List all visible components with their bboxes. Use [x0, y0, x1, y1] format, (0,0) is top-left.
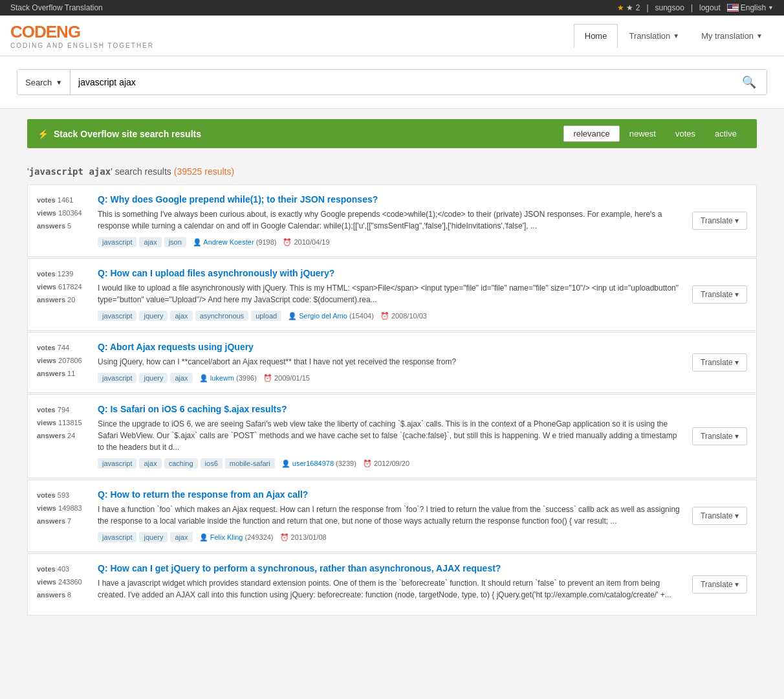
- question-title[interactable]: Q: How can I get jQuery to perform a syn…: [98, 563, 683, 573]
- tag[interactable]: jquery: [139, 373, 168, 383]
- votes-count: votes 403: [37, 563, 89, 576]
- flag-icon: [727, 4, 739, 12]
- sort-tab-votes[interactable]: votes: [666, 126, 705, 142]
- author-name[interactable]: user1684978: [292, 460, 334, 467]
- translate-button[interactable]: Translate ▾: [692, 353, 747, 372]
- nav-item-translation[interactable]: Translation ▼: [618, 24, 690, 48]
- question-title[interactable]: Q: Is Safari on iOS 6 caching $.ajax res…: [98, 404, 683, 414]
- site-header: CODENG CODING AND ENGLISH TOGETHER Home …: [0, 16, 784, 56]
- translation-caret: ▼: [673, 32, 679, 39]
- question-body: Q: How to return the response from an Aj…: [98, 489, 683, 542]
- question-title[interactable]: Q: Abort Ajax requests using jQuery: [98, 342, 683, 352]
- author-score: (3996): [236, 374, 257, 382]
- logo-text: CODENG: [10, 22, 80, 41]
- author-name[interactable]: Felix Kling: [210, 533, 243, 541]
- author-score: (3239): [336, 460, 356, 467]
- question-card: votes 1461 views 180364 answers 5 Q: Why…: [27, 184, 757, 257]
- tag[interactable]: ajax: [170, 311, 192, 321]
- sort-tab-relevance[interactable]: relevance: [563, 126, 619, 142]
- results-summary: 'javascript ajax' search results (39525 …: [27, 159, 757, 184]
- answers-count: answers 7: [37, 515, 89, 528]
- search-dropdown-label: Search: [25, 78, 52, 87]
- tag[interactable]: jquery: [139, 311, 168, 321]
- tag[interactable]: javascript: [98, 373, 136, 383]
- translate-button[interactable]: Translate ▾: [692, 575, 747, 594]
- question-meta: votes 744 views 207806 answers 11: [37, 342, 89, 383]
- language-label[interactable]: English: [741, 3, 766, 12]
- author-name[interactable]: Sergio del Amo: [299, 312, 347, 320]
- question-card: votes 1239 views 617824 answers 20 Q: Ho…: [27, 258, 757, 331]
- tag[interactable]: ajax: [170, 373, 192, 383]
- date-info: ⏰ 2009/01/15: [263, 374, 310, 383]
- nav-item-home[interactable]: Home: [574, 24, 618, 48]
- tag[interactable]: javascript: [98, 237, 136, 247]
- question-body: Q: How can I upload files asynchronously…: [98, 268, 683, 321]
- topbar-separator2: |: [691, 3, 693, 12]
- question-body: Q: Is Safari on iOS 6 caching $.ajax res…: [98, 404, 683, 469]
- author-info: 👤 Felix Kling (249324): [199, 533, 274, 542]
- lightning-icon: ⚡: [38, 129, 49, 139]
- tag[interactable]: caching: [164, 458, 198, 469]
- results-header-title: Stack Overflow site search results: [54, 129, 201, 139]
- votes-count: votes 794: [37, 404, 89, 417]
- tag[interactable]: javascript: [98, 311, 136, 321]
- results-container: ⚡ Stack Overflow site search results rel…: [17, 119, 767, 616]
- topbar-separator: |: [646, 3, 648, 12]
- question-meta: votes 1461 views 180364 answers 5: [37, 194, 89, 247]
- sort-tab-newest[interactable]: newest: [620, 126, 666, 142]
- tag[interactable]: jquery: [139, 532, 168, 542]
- date-info: ⏰ 2010/04/19: [283, 238, 329, 247]
- translate-button[interactable]: Translate ▾: [692, 427, 747, 445]
- question-title[interactable]: Q: How to return the response from an Aj…: [98, 489, 683, 500]
- tag[interactable]: javascript: [98, 532, 136, 542]
- date-info: ⏰ 2012/09/20: [363, 460, 409, 468]
- answers-count: answers 8: [37, 589, 89, 602]
- search-input[interactable]: [71, 70, 732, 94]
- question-title[interactable]: Q: How can I upload files asynchronously…: [98, 268, 683, 278]
- question-list: votes 1461 views 180364 answers 5 Q: Why…: [27, 184, 757, 616]
- main-nav: Home Translation ▼ My translation ▼: [574, 24, 774, 48]
- author-name[interactable]: lukewm: [210, 374, 234, 382]
- tag[interactable]: ajax: [170, 532, 192, 542]
- topbar-username[interactable]: sungsoo: [655, 3, 684, 12]
- translate-button[interactable]: Translate ▾: [692, 507, 747, 525]
- nav-item-my-translation[interactable]: My translation ▼: [690, 24, 774, 48]
- search-icon: 🔍: [742, 76, 756, 89]
- search-section: Search ▼ 🔍: [0, 56, 784, 109]
- tag[interactable]: ajax: [139, 237, 161, 247]
- search-dropdown-caret: ▼: [56, 79, 62, 86]
- question-card: votes 593 views 149883 answers 7 Q: How …: [27, 480, 757, 552]
- sort-tab-active[interactable]: active: [705, 126, 746, 142]
- tag[interactable]: json: [164, 237, 186, 247]
- author-score: (9198): [256, 238, 277, 246]
- results-header-left: ⚡ Stack Overflow site search results: [38, 129, 201, 139]
- question-title[interactable]: Q: Why does Google prepend while(1); to …: [98, 194, 683, 205]
- tag[interactable]: upload: [251, 311, 281, 321]
- question-body: Q: How can I get jQuery to perform a syn…: [98, 563, 683, 606]
- search-dropdown[interactable]: Search ▼: [17, 70, 71, 94]
- tags-row: javascriptajaxcachingios6mobile-safari👤 …: [98, 458, 683, 469]
- tag[interactable]: ajax: [139, 458, 161, 469]
- votes-count: votes 1461: [37, 194, 89, 207]
- search-button[interactable]: 🔍: [732, 70, 767, 94]
- tag[interactable]: mobile-safari: [225, 458, 275, 469]
- question-meta: votes 403 views 243860 answers 8: [37, 563, 89, 606]
- answers-count: answers 5: [37, 220, 89, 233]
- logo: CODENG CODING AND ENGLISH TOGETHER: [10, 22, 154, 49]
- tag[interactable]: javascript: [98, 458, 136, 469]
- question-card: votes 403 views 243860 answers 8 Q: How …: [27, 553, 757, 616]
- topbar-logout[interactable]: logout: [699, 3, 721, 12]
- translate-button[interactable]: Translate ▾: [692, 285, 747, 304]
- tags-row: javascriptjqueryajax👤 lukewm (3996)⏰ 200…: [98, 373, 683, 383]
- votes-count: votes 593: [37, 489, 89, 502]
- search-bar: Search ▼ 🔍: [17, 69, 767, 95]
- tag[interactable]: asynchronous: [195, 311, 249, 321]
- author-name[interactable]: Andrew Koester: [203, 238, 254, 246]
- author-score: (15404): [349, 312, 374, 320]
- main-content: Search ▼ 🔍 ⚡ Stack Overflow site search …: [0, 56, 784, 630]
- tag[interactable]: ios6: [201, 458, 223, 469]
- question-excerpt: I would like to upload a file asynchrono…: [98, 282, 683, 305]
- translate-button[interactable]: Translate ▾: [692, 212, 747, 230]
- sort-tabs: relevance newest votes active: [563, 126, 746, 142]
- topbar-flag: English ▼: [727, 3, 774, 12]
